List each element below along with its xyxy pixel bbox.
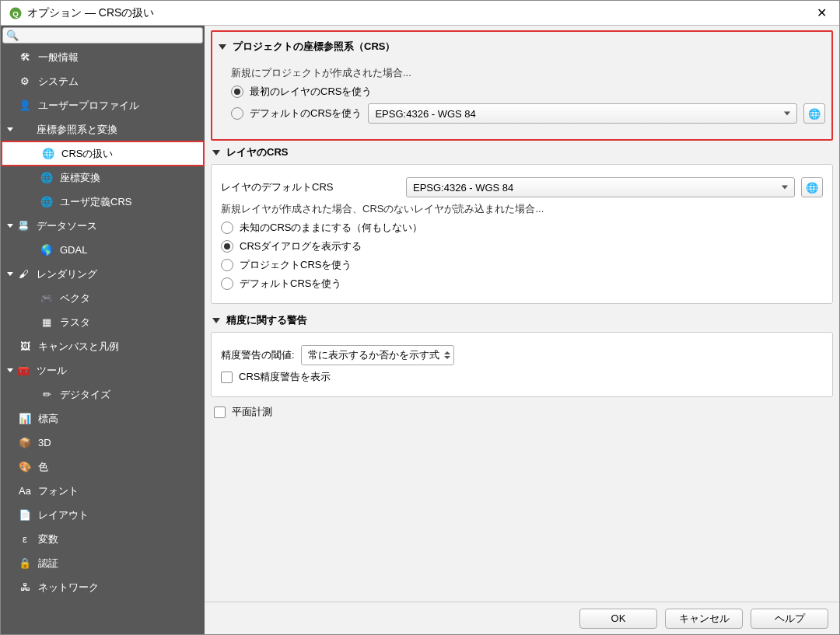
layer-crs-hint: 新規レイヤが作成された場合、CRSのないレイヤが読み込まれた場合...	[221, 202, 823, 216]
sidebar-item[interactable]: 🌐座標変換	[1, 166, 205, 190]
sidebar-item[interactable]: Aaフォント	[1, 479, 205, 503]
sidebar-item-icon: 🛠	[18, 51, 32, 65]
tree-toggle-icon[interactable]	[5, 366, 15, 375]
sidebar-item[interactable]: 🌐CRSの扱い	[1, 141, 205, 166]
sidebar-item[interactable]: 🎨色	[1, 455, 205, 479]
section-title: 精度に関する警告	[226, 313, 307, 327]
sidebar-item-label: ベクタ	[60, 291, 90, 305]
spin-up-icon[interactable]	[444, 351, 450, 354]
radio-first-layer-crs[interactable]	[231, 85, 243, 98]
tree-toggle-icon[interactable]	[5, 222, 15, 231]
checkbox-show-accuracy-warning[interactable]	[221, 372, 233, 383]
sidebar-item-icon: 🌐	[40, 195, 54, 209]
checkbox-label: 平面計測	[232, 405, 272, 419]
combo-value: EPSG:4326 - WGS 84	[375, 108, 475, 120]
sidebar-item-label: GDAL	[60, 244, 87, 256]
sidebar-item[interactable]: 🌎GDAL	[1, 238, 205, 262]
sidebar-item-label: 一般情報	[38, 51, 79, 65]
options-tree[interactable]: 🛠一般情報⚙システム👤ユーザープロファイル座標参照系と変換🌐CRSの扱い🌐座標変…	[1, 45, 205, 634]
accuracy-threshold-spinbox[interactable]: 常に表示するか否かを示す式	[301, 345, 454, 365]
search-box[interactable]: 🔍	[2, 27, 203, 44]
sidebar-item[interactable]: 👤ユーザープロファイル	[1, 93, 205, 117]
sidebar-item-label: キャンバスと凡例	[38, 340, 119, 354]
radio-label: デフォルトのCRSを使う	[250, 106, 362, 120]
radio-label: デフォルトCRSを使う	[240, 277, 341, 291]
app-logo-icon: Q	[9, 6, 23, 20]
sidebar-item-label: 標高	[38, 412, 58, 426]
spinbox-value: 常に表示するか否かを示す式	[308, 348, 439, 362]
crs-picker-button[interactable]: 🌐	[801, 177, 823, 197]
checkbox-planimetric[interactable]	[214, 406, 226, 418]
radio-default-crs[interactable]	[231, 107, 243, 120]
sidebar-item[interactable]: 🎮ベクタ	[1, 286, 205, 310]
crs-picker-button[interactable]: 🌐	[803, 103, 825, 124]
radio-label: CRSダイアログを表示する	[240, 239, 362, 253]
sidebar-item[interactable]: 📦3D	[1, 431, 205, 455]
content-panel: プロジェクトの座標参照系（CRS） 新規にプロジェクトが作成された場合... 最…	[205, 26, 839, 602]
close-icon[interactable]: ✕	[812, 4, 831, 22]
sidebar-item-icon: 🎨	[18, 460, 32, 474]
sidebar-item-icon: 📊	[18, 412, 32, 426]
layer-default-crs-label: レイヤのデフォルトCRS	[221, 180, 400, 194]
sidebar-item-icon: ▦	[40, 316, 54, 330]
sidebar-item[interactable]: ▦ラスタ	[1, 310, 205, 334]
sidebar-item-label: CRSの扱い	[61, 147, 113, 161]
sidebar-item-label: 座標参照系と変換	[37, 123, 117, 137]
tree-toggle-icon[interactable]	[5, 270, 15, 279]
sidebar-item[interactable]: ⚙システム	[1, 69, 205, 93]
help-button[interactable]: ヘルプ	[751, 609, 828, 629]
button-bar: OK キャンセル ヘルプ	[205, 602, 839, 634]
layer-default-crs-combo[interactable]: EPSG:4326 - WGS 84	[406, 177, 795, 197]
spin-down-icon[interactable]	[444, 356, 450, 359]
section-title: レイヤのCRS	[226, 145, 288, 159]
radio-label: 最初のレイヤのCRSを使う	[250, 85, 372, 99]
search-input[interactable]	[22, 30, 199, 41]
radio-use-default-crs[interactable]	[221, 277, 233, 290]
sidebar-item-icon: 🧰	[16, 364, 30, 378]
sidebar-item-label: ラスタ	[60, 316, 90, 330]
sidebar-item[interactable]: 🖧ネットワーク	[1, 575, 205, 599]
sidebar: 🔍 🛠一般情報⚙システム👤ユーザープロファイル座標参照系と変換🌐CRSの扱い🌐座…	[1, 26, 205, 634]
sidebar-item[interactable]: ✏デジタイズ	[1, 382, 205, 406]
chevron-down-icon	[212, 150, 220, 155]
sidebar-item-icon: 🔒	[18, 556, 32, 570]
section-header-accuracy[interactable]: 精度に関する警告	[211, 309, 833, 332]
sidebar-item-label: ツール	[37, 364, 67, 378]
section-header-project-crs[interactable]: プロジェクトの座標参照系（CRS）	[217, 35, 827, 58]
sidebar-item-label: システム	[38, 75, 79, 89]
sidebar-item[interactable]: 📊標高	[1, 406, 205, 431]
sidebar-item[interactable]: 🖌レンダリング	[1, 262, 205, 286]
sidebar-item-label: レンダリング	[37, 267, 97, 281]
sidebar-item[interactable]: 🧰ツール	[1, 358, 205, 382]
sidebar-item-label: データソース	[37, 219, 97, 233]
project-default-crs-combo[interactable]: EPSG:4326 - WGS 84	[368, 103, 797, 124]
sidebar-item[interactable]: 🖼キャンバスと凡例	[1, 334, 205, 358]
sidebar-item-label: 座標変換	[60, 171, 100, 185]
sidebar-item-label: ユーザ定義CRS	[60, 195, 131, 209]
sidebar-item-icon: 🌐	[40, 171, 54, 185]
sidebar-item[interactable]: ε変数	[1, 527, 205, 551]
project-crs-hint: 新規にプロジェクトが作成された場合...	[231, 66, 825, 80]
sidebar-item-icon: ✏	[40, 388, 54, 402]
sidebar-item[interactable]: 座標参照系と変換	[1, 117, 205, 141]
sidebar-item[interactable]: 🛠一般情報	[1, 45, 205, 69]
sidebar-item[interactable]: 📇データソース	[1, 214, 205, 238]
radio-unknown-crs[interactable]	[221, 222, 233, 234]
sidebar-item-label: 変数	[38, 532, 58, 546]
tree-toggle-icon[interactable]	[5, 125, 15, 134]
section-header-layer-crs[interactable]: レイヤのCRS	[211, 141, 833, 164]
window-title: オプション — CRSの扱い	[27, 6, 812, 20]
radio-show-dialog[interactable]	[221, 240, 233, 253]
radio-label: プロジェクトCRSを使う	[240, 258, 352, 272]
radio-use-project-crs[interactable]	[221, 259, 233, 271]
sidebar-item[interactable]: 📄レイアウト	[1, 503, 205, 527]
sidebar-item-icon: 🎮	[40, 291, 54, 305]
ok-button[interactable]: OK	[579, 609, 657, 629]
sidebar-item[interactable]: 🔒認証	[1, 551, 205, 575]
sidebar-item-icon: 🖼	[18, 340, 32, 354]
sidebar-item-icon: 📇	[16, 219, 30, 233]
cancel-button[interactable]: キャンセル	[665, 609, 743, 629]
sidebar-item[interactable]: 🌐ユーザ定義CRS	[1, 190, 205, 214]
sidebar-item-icon	[16, 123, 30, 137]
accuracy-threshold-label: 精度警告の閾値:	[221, 348, 295, 362]
